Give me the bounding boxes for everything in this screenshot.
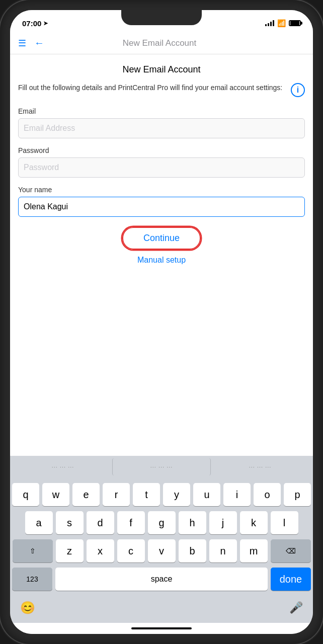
key-l[interactable]: l	[271, 511, 298, 534]
password-label: Password	[18, 146, 305, 154]
email-label: Email	[18, 107, 305, 115]
space-key[interactable]: space	[55, 568, 268, 591]
autocomplete-item-3[interactable]: ··· ··· ···	[211, 458, 309, 475]
description-row: Fill out the following details and Print…	[18, 83, 305, 97]
key-o[interactable]: o	[254, 483, 281, 506]
key-b[interactable]: b	[179, 539, 206, 562]
key-w[interactable]: w	[42, 483, 69, 506]
main-content: New Email Account Fill out the following…	[10, 54, 313, 456]
name-input[interactable]	[18, 197, 305, 217]
key-v[interactable]: v	[148, 539, 176, 562]
home-indicator	[10, 623, 313, 634]
password-field-group: Password	[18, 146, 305, 178]
keyboard-row-2: a s d f g h j k l	[12, 511, 311, 534]
status-icons: 📶	[265, 19, 301, 27]
wifi-icon: 📶	[277, 19, 286, 27]
password-input[interactable]	[18, 157, 305, 178]
delete-key[interactable]: ⌫	[271, 539, 311, 562]
autocomplete-item-2[interactable]: ··· ··· ···	[112, 458, 211, 475]
status-time: 07:00 ➤	[22, 19, 48, 28]
key-g[interactable]: g	[148, 511, 176, 534]
key-s[interactable]: s	[56, 511, 84, 534]
notch	[121, 10, 202, 25]
key-j[interactable]: j	[209, 511, 237, 534]
continue-btn-wrapper: Continue	[18, 227, 305, 250]
key-d[interactable]: d	[87, 511, 114, 534]
keyboard-row-3: ⇧ z x c v b n m ⌫	[12, 539, 311, 562]
location-icon: ➤	[43, 20, 48, 27]
emoji-key[interactable]: 😊	[20, 601, 35, 615]
signal-icon	[265, 20, 274, 26]
key-a[interactable]: a	[25, 511, 53, 534]
nav-title: New Email Account	[44, 38, 275, 48]
page-title: New Email Account	[18, 64, 305, 75]
key-z[interactable]: z	[56, 539, 84, 562]
key-p[interactable]: p	[284, 483, 311, 506]
continue-button[interactable]: Continue	[122, 227, 201, 250]
done-key[interactable]: done	[271, 568, 311, 591]
key-i[interactable]: i	[223, 483, 251, 506]
key-h[interactable]: h	[179, 511, 206, 534]
keyboard-row-1: q w e r t y u i o p	[12, 483, 311, 506]
numbers-key[interactable]: 123	[12, 568, 52, 591]
key-t[interactable]: t	[133, 483, 160, 506]
description-text: Fill out the following details and Print…	[18, 83, 287, 93]
microphone-key[interactable]: 🎤	[289, 601, 303, 614]
key-m[interactable]: m	[240, 539, 268, 562]
keyboard-autocomplete-bar: ··· ··· ··· ··· ··· ··· ··· ··· ···	[10, 456, 313, 478]
key-k[interactable]: k	[240, 511, 268, 534]
keyboard: q w e r t y u i o p a s d f g h j k	[10, 478, 313, 598]
autocomplete-item-1[interactable]: ··· ··· ···	[14, 458, 112, 475]
keyboard-row-4: 123 space done	[12, 568, 311, 591]
bottom-bar: 😊 🎤	[10, 598, 313, 623]
nav-bar: ☰ ← New Email Account	[10, 32, 313, 54]
phone-screen: 07:00 ➤ 📶 ☰ ← New E	[10, 10, 313, 634]
key-x[interactable]: x	[87, 539, 114, 562]
time-display: 07:00	[22, 19, 41, 28]
shift-key[interactable]: ⇧	[13, 539, 53, 562]
battery-icon	[289, 20, 301, 26]
phone-frame: 07:00 ➤ 📶 ☰ ← New E	[0, 0, 323, 644]
key-f[interactable]: f	[117, 511, 145, 534]
key-c[interactable]: c	[117, 539, 145, 562]
email-input[interactable]	[18, 118, 305, 138]
info-icon[interactable]: i	[291, 83, 305, 97]
name-label: Your name	[18, 186, 305, 194]
nav-left: ☰ ←	[18, 37, 44, 49]
key-q[interactable]: q	[12, 483, 39, 506]
manual-setup-link[interactable]: Manual setup	[18, 256, 305, 265]
key-u[interactable]: u	[193, 483, 220, 506]
key-r[interactable]: r	[103, 483, 130, 506]
name-field-group: Your name	[18, 186, 305, 217]
key-e[interactable]: e	[72, 483, 100, 506]
key-y[interactable]: y	[163, 483, 190, 506]
email-field-group: Email	[18, 107, 305, 138]
home-bar	[131, 627, 192, 629]
hamburger-button[interactable]: ☰	[18, 38, 26, 49]
back-button[interactable]: ←	[34, 37, 44, 49]
key-n[interactable]: n	[209, 539, 237, 562]
